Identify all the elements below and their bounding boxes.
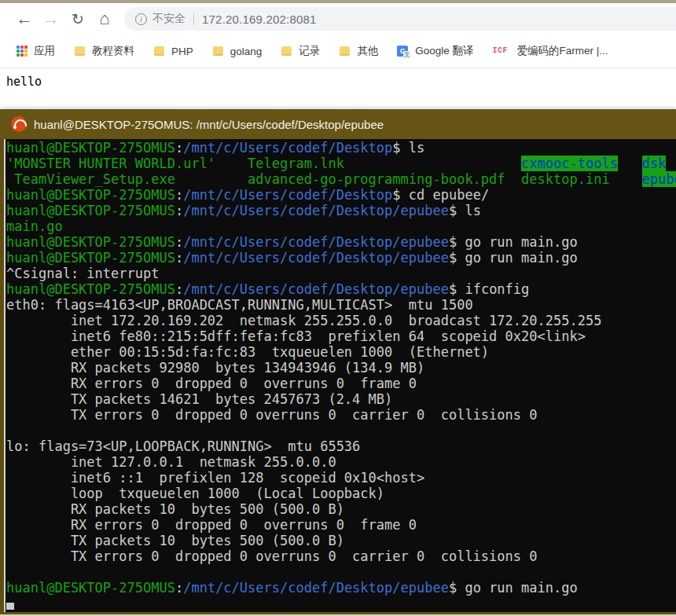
terminal-cursor	[6, 603, 14, 610]
info-icon[interactable]: i	[135, 13, 147, 25]
folder-icon	[339, 45, 351, 57]
translate-icon	[397, 45, 410, 57]
bookmark-label: 其他	[357, 44, 378, 58]
terminal-line: inet 127.0.0.1 netmask 255.0.0.0	[6, 454, 676, 470]
terminal-line: TX errors 0 dropped 0 overruns 0 carrier…	[6, 548, 676, 564]
terminal-line: TeamViewer_Setup.exe advanced-go-program…	[6, 171, 676, 187]
bookmark-item[interactable]: golang	[204, 41, 270, 61]
bookmark-item[interactable]: 应用	[8, 40, 63, 62]
refresh-icon[interactable]: ↻	[64, 6, 91, 32]
address-bar[interactable]: i 不安全 172.20.169.202:8081	[124, 7, 676, 31]
terminal-line: huanl@DESKTOP-275OMUS:/mnt/c/Users/codef…	[6, 250, 676, 266]
terminal-title: huanl@DESKTOP-275OMUS: /mnt/c/Users/code…	[34, 118, 384, 131]
folder-icon	[153, 45, 166, 57]
terminal-line: eth0: flags=4163<UP,BROADCAST,RUNNING,MU…	[6, 297, 676, 313]
terminal-line: huanl@DESKTOP-275OMUS:/mnt/c/Users/codef…	[6, 140, 676, 156]
icf-icon	[493, 45, 512, 57]
terminal-line	[6, 423, 676, 438]
terminal-line: ^Csignal: interrupt	[6, 266, 676, 281]
terminal-line: huanl@DESKTOP-275OMUS:/mnt/c/Users/codef…	[6, 281, 676, 297]
terminal-line: RX packets 10 bytes 500 (500.0 B)	[6, 501, 676, 517]
browser-toolbar: ← → ↻ ⌂ i 不安全 172.20.169.202:8081	[0, 3, 676, 35]
terminal-line: main.go	[6, 218, 676, 234]
terminal-line: inet 172.20.169.202 netmask 255.255.0.0 …	[6, 313, 676, 328]
terminal-line: lo: flags=73<UP,LOOPBACK,RUNNING> mtu 65…	[6, 438, 676, 454]
terminal-title-bar[interactable]: huanl@DESKTOP-275OMUS: /mnt/c/Users/code…	[0, 109, 676, 139]
terminal-line: huanl@DESKTOP-275OMUS:/mnt/c/Users/codef…	[6, 234, 676, 250]
terminal-line: RX errors 0 dropped 0 overruns 0 frame 0	[6, 376, 676, 391]
terminal-line: huanl@DESKTOP-275OMUS:/mnt/c/Users/codef…	[6, 203, 676, 218]
apps-icon	[16, 45, 28, 57]
terminal-window: huanl@DESKTOP-275OMUS: /mnt/c/Users/code…	[0, 109, 676, 615]
bookmark-item[interactable]: 其他	[331, 40, 386, 62]
terminal-line: TX errors 0 dropped 0 overruns 0 carrier…	[6, 407, 676, 423]
terminal-line: 'MONSTER HUNTER WORLD.url' Telegram.lnk …	[6, 156, 676, 171]
url-text[interactable]: 172.20.169.202:8081	[202, 13, 317, 26]
folder-icon	[281, 45, 293, 57]
back-icon[interactable]: ←	[11, 6, 38, 32]
bookmark-label: 教程资料	[92, 44, 134, 58]
bookmark-item[interactable]: 记录	[273, 40, 328, 62]
terminal-line: inet6 fe80::215:5dff:fefa:fc83 prefixlen…	[6, 328, 676, 344]
bookmark-item[interactable]: Google 翻译	[389, 40, 481, 62]
bookmarks-bar: 应用教程资料PHPgolang记录其他Google 翻译爱编码的Farmer |…	[0, 35, 676, 68]
terminal-line: ether 00:15:5d:fa:fc:83 txqueuelen 1000 …	[6, 344, 676, 360]
bookmark-label: 爱编码的Farmer |...	[517, 44, 608, 58]
terminal-body[interactable]: huanl@DESKTOP-275OMUS:/mnt/c/Users/codef…	[4, 139, 676, 612]
page-text: hello	[6, 75, 42, 89]
terminal-line: inet6 ::1 prefixlen 128 scopeid 0x10<hos…	[6, 470, 676, 486]
terminal-line: loop txqueuelen 1000 (Local Loopback)	[6, 486, 676, 501]
bookmark-label: PHP	[171, 46, 193, 57]
bookmark-label: Google 翻译	[415, 44, 473, 58]
terminal-line: TX packets 14621 bytes 2457673 (2.4 MB)	[6, 391, 676, 407]
home-icon[interactable]: ⌂	[91, 6, 118, 32]
bookmark-label: 应用	[34, 44, 55, 58]
bookmark-item[interactable]: 教程资料	[66, 40, 142, 62]
terminal-line: huanl@DESKTOP-275OMUS:/mnt/c/Users/codef…	[6, 187, 676, 203]
terminal-line: RX errors 0 dropped 0 overruns 0 frame 0	[6, 517, 676, 533]
terminal-frame: huanl@DESKTOP-275OMUS:/mnt/c/Users/codef…	[0, 139, 676, 612]
terminal-line: RX packets 92980 bytes 134943946 (134.9 …	[6, 360, 676, 376]
bookmark-item[interactable]: PHP	[145, 41, 201, 61]
folder-icon	[212, 45, 225, 57]
page-content: hello	[0, 68, 676, 109]
ubuntu-icon	[11, 116, 27, 132]
folder-icon	[74, 45, 86, 57]
security-label[interactable]: 不安全	[152, 12, 186, 26]
terminal-line: TX packets 10 bytes 500 (500.0 B)	[6, 533, 676, 548]
bookmark-label: 记录	[299, 44, 320, 58]
terminal-line: huanl@DESKTOP-275OMUS:/mnt/c/Users/codef…	[6, 580, 676, 596]
bookmark-item[interactable]: 爱编码的Farmer |...	[485, 40, 616, 62]
terminal-line	[6, 564, 676, 580]
bookmark-label: golang	[230, 46, 263, 57]
terminal-line	[6, 596, 676, 611]
forward-icon[interactable]: →	[38, 6, 64, 32]
address-divider	[193, 13, 194, 25]
